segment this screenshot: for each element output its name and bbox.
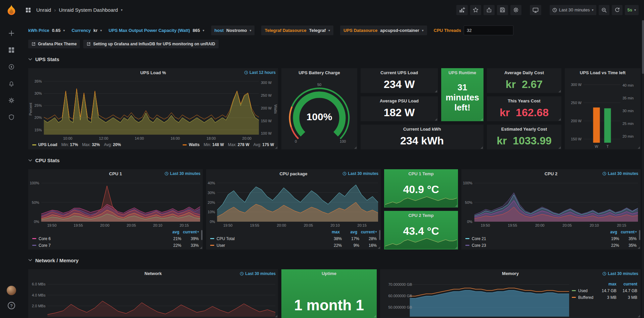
dashboard-title[interactable]: Unraid System Dashboard bbox=[59, 7, 118, 13]
panel-time-override[interactable]: Last 30 minutes bbox=[342, 171, 378, 176]
panel-title[interactable]: CPU 2 bbox=[545, 171, 557, 176]
variable-value[interactable]: 0.65 bbox=[52, 28, 60, 33]
variable-ups-max-output[interactable]: UPS Max Output Power Capacity (Watt) 865… bbox=[109, 28, 204, 33]
user-avatar[interactable] bbox=[7, 286, 16, 295]
legend-col-header[interactable]: avg bbox=[600, 230, 617, 234]
panel-header[interactable]: Average Daily Cost bbox=[487, 68, 561, 77]
battery-gauge[interactable]: 050100100% bbox=[281, 77, 357, 149]
panel-header[interactable]: Average PSU Load bbox=[361, 96, 438, 105]
network-chart[interactable]: 2.0 MBs4.0 MBs6.0 MBs bbox=[28, 278, 278, 318]
row-header-cpu-stats[interactable]: CPU Stats bbox=[28, 157, 639, 163]
share-button[interactable] bbox=[484, 5, 495, 15]
explore-compass-icon[interactable] bbox=[7, 63, 15, 71]
panel-title[interactable]: Network bbox=[144, 271, 162, 276]
dashboards-icon[interactable] bbox=[7, 46, 15, 54]
legend-col-header[interactable]: avg bbox=[162, 230, 179, 234]
panel-title[interactable]: Uptime bbox=[322, 271, 336, 276]
panel-header[interactable]: Memory Last 30 minutes bbox=[380, 269, 641, 278]
legend-series-name[interactable]: UPS Load bbox=[38, 142, 57, 147]
panel-title[interactable]: UPS Load vs Time left bbox=[580, 70, 626, 75]
ups-vs-time-bar-chart[interactable]: 150 W200 W250 W300 W20 min25 min30 min35… bbox=[565, 77, 641, 149]
legend-scrollbar[interactable] bbox=[201, 230, 202, 240]
panel-header[interactable]: CPU 1 Temp bbox=[384, 169, 458, 178]
ups-load-chart[interactable]: 15%20%25%30%35%100 W150 W200 W250 W300 W… bbox=[28, 77, 278, 141]
alerting-bell-icon[interactable] bbox=[7, 80, 15, 88]
variable-host[interactable]: host Nostromo ▾ bbox=[211, 26, 255, 35]
page-scrollbar[interactable] bbox=[642, 20, 644, 318]
variable-value[interactable]: Nostromo bbox=[226, 28, 247, 33]
panel-title[interactable]: CPU 2 Temp bbox=[408, 213, 434, 218]
legend-item[interactable]: Core 6 21% 39% bbox=[32, 235, 199, 242]
panel-title[interactable]: CPU 1 Temp bbox=[408, 171, 434, 176]
variable-telegraf-datasource[interactable]: Telegraf Datasource Telegraf ▾ bbox=[261, 26, 333, 35]
row-header-ups-stats[interactable]: UPS Stats bbox=[28, 56, 639, 62]
panel-time-override[interactable]: Last 12 hours bbox=[244, 70, 276, 75]
legend-scrollbar[interactable] bbox=[379, 230, 380, 240]
memory-chart[interactable]: 50.000000 GB60.000000 GB70.000000 GB bbox=[380, 278, 572, 318]
legend-item[interactable]: Core 21 19% 35% bbox=[465, 235, 637, 242]
panel-header[interactable]: CPU 2 Temp bbox=[384, 211, 458, 220]
settings-gear-button[interactable] bbox=[510, 5, 521, 15]
panel-title[interactable]: CPU package bbox=[279, 171, 307, 176]
legend-col-header[interactable]: avg bbox=[340, 230, 357, 234]
legend-item[interactable]: Used 14.7 GB 14.7 GB bbox=[572, 287, 637, 294]
panel-time-override[interactable]: Last 30 minutes bbox=[165, 171, 200, 176]
variable-value[interactable]: apcupsd-container bbox=[380, 28, 419, 33]
panel-header[interactable]: Current Load kWh bbox=[361, 125, 484, 133]
dashboard-grid-icon[interactable] bbox=[24, 6, 32, 14]
legend-col-header[interactable]: current bbox=[357, 230, 375, 234]
panel-header[interactable]: UPS Load % Last 12 hours bbox=[28, 68, 278, 77]
breadcrumb-root[interactable]: Unraid bbox=[36, 7, 51, 13]
legend-col-header[interactable]: max bbox=[596, 282, 616, 286]
legend-col-header[interactable]: current bbox=[616, 282, 637, 286]
panel-header[interactable]: UPS Runtime bbox=[441, 68, 484, 77]
refresh-button[interactable] bbox=[612, 5, 623, 15]
panel-header[interactable]: CPU package Last 30 minutes bbox=[206, 169, 381, 178]
panel-header[interactable]: Current UPS Load bbox=[361, 68, 438, 77]
add-panel-button[interactable] bbox=[456, 5, 468, 15]
page-scrollbar-thumb[interactable] bbox=[642, 20, 644, 74]
grafana-logo-icon[interactable] bbox=[4, 3, 18, 17]
panel-header[interactable]: Estimated Yearly Cost bbox=[487, 125, 561, 133]
legend-item[interactable]: Watts Min:148 W Max:278 W Avg:175 W bbox=[183, 142, 274, 147]
variable-ups-datasource[interactable]: UPS Datasource apcupsd-container ▾ bbox=[340, 26, 427, 35]
legend-item[interactable]: UPS Load Min:17% Max:32% Avg:20% bbox=[32, 142, 121, 147]
panel-title[interactable]: CPU 1 bbox=[109, 171, 122, 176]
variable-value[interactable]: 865 bbox=[193, 28, 200, 33]
star-button[interactable] bbox=[470, 5, 481, 15]
legend-item[interactable]: Buffered 3 MB 3 MB bbox=[572, 294, 637, 301]
panel-header[interactable]: Network Last 30 minutes bbox=[28, 269, 278, 278]
panel-header[interactable]: UPS Load vs Time left bbox=[565, 68, 641, 77]
link-ups-monitoring-guide[interactable]: Setting up Grafana and InfluxDB for UPS … bbox=[83, 40, 218, 48]
refresh-interval-dropdown[interactable]: 5s ▾ bbox=[625, 5, 639, 15]
panel-header[interactable]: UPS Battery Charge bbox=[281, 68, 357, 77]
cpu1-chart[interactable]: 0%50%100%19:5019:5520:0020:0520:1020:15 bbox=[28, 178, 203, 228]
help-icon[interactable]: ? bbox=[8, 302, 15, 309]
panel-time-override[interactable]: Last 30 minutes bbox=[602, 271, 638, 276]
panel-title[interactable]: UPS Battery Charge bbox=[298, 70, 340, 75]
legend-item[interactable]: Core 23 22% 35% bbox=[465, 242, 637, 249]
panel-title[interactable]: This Years Cost bbox=[508, 98, 540, 103]
link-grafana-plex-theme[interactable]: Grafana Plex Theme bbox=[28, 40, 80, 48]
variable-kwh-price[interactable]: kWh Price 0.65 ▾ bbox=[28, 28, 65, 33]
variable-value[interactable]: Telegraf bbox=[309, 28, 326, 33]
panel-title[interactable]: Average PSU Load bbox=[380, 98, 419, 103]
panel-time-override[interactable]: Last 30 minutes bbox=[602, 171, 638, 176]
cpu2-chart[interactable]: 0%50%100%19:5019:5520:0020:0520:1020:15 bbox=[461, 178, 641, 228]
panel-header[interactable]: Uptime bbox=[281, 269, 377, 278]
configuration-gear-icon[interactable] bbox=[7, 96, 15, 104]
panel-title[interactable]: Current UPS Load bbox=[380, 70, 418, 75]
legend-series-name[interactable]: Watts bbox=[189, 142, 199, 147]
legend-scrollbar[interactable] bbox=[639, 230, 640, 240]
panel-title[interactable]: Estimated Yearly Cost bbox=[501, 127, 547, 132]
legend-col-header[interactable]: current bbox=[179, 230, 197, 234]
tv-kiosk-button[interactable] bbox=[530, 5, 541, 15]
legend-item[interactable]: User 22% 9% 16% bbox=[210, 242, 377, 249]
time-picker-button[interactable]: Last 30 minutes ▾ bbox=[550, 5, 596, 15]
create-plus-icon[interactable] bbox=[7, 29, 15, 37]
legend-item[interactable]: CPU Total 38% 17% 28% bbox=[210, 235, 377, 242]
admin-shield-icon[interactable] bbox=[7, 113, 15, 121]
panel-title[interactable]: Average Daily Cost bbox=[504, 70, 544, 75]
panel-time-override[interactable]: Last 30 minutes bbox=[240, 271, 276, 276]
cpu-threads-input[interactable] bbox=[464, 26, 513, 35]
